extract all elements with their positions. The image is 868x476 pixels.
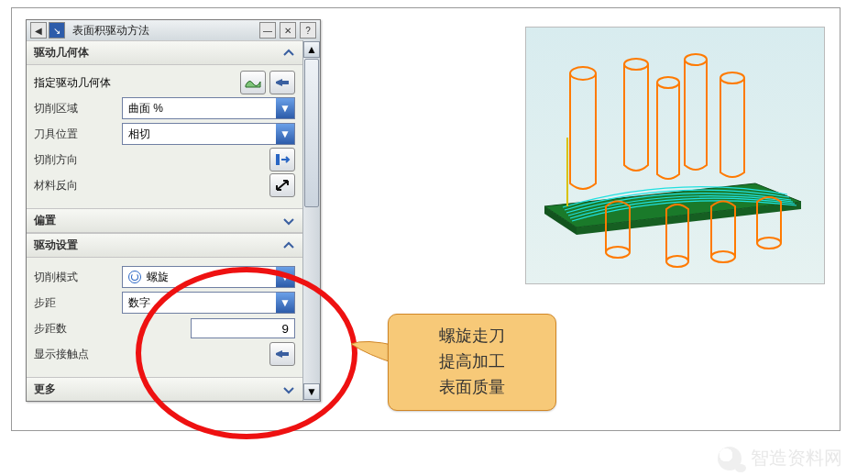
surface-picker-icon[interactable] — [240, 71, 266, 94]
flashlight-icon[interactable] — [269, 342, 295, 366]
label-cut-mode: 切削模式 — [34, 270, 122, 285]
select-value: 曲面 % — [128, 101, 163, 116]
svg-point-14 — [757, 238, 781, 249]
select-tool-pos[interactable]: 相切 ▼ — [122, 123, 295, 145]
chevron-up-icon — [282, 239, 295, 252]
select-value: 数字 — [128, 295, 150, 311]
driver-dialog: ◀ ↘ 表面积驱动方法 — ✕ ? 驱动几何体 指定驱动几何体 — [26, 19, 321, 402]
nav-fwd-icon[interactable]: ↘ — [49, 22, 65, 39]
help-icon[interactable]: ? — [300, 22, 316, 39]
label-cut-dir: 切削方向 — [34, 152, 122, 168]
chevron-down-icon — [282, 215, 295, 227]
callout-note: 螺旋走刀 提高加工 表面质量 — [388, 314, 556, 411]
chevron-down-icon: ▼ — [276, 293, 294, 313]
label-specify-geom: 指定驱动几何体 — [34, 75, 111, 91]
svg-rect-2 — [282, 352, 289, 356]
svg-rect-1 — [276, 154, 280, 165]
label-cut-area: 切削区域 — [34, 101, 122, 116]
flashlight-icon[interactable] — [269, 71, 295, 94]
select-cut-mode[interactable]: 螺旋 ▼ — [122, 266, 295, 288]
svg-point-9 — [685, 54, 707, 65]
section-heading: 偏置 — [34, 213, 56, 228]
cut-direction-icon[interactable] — [269, 148, 295, 172]
svg-point-7 — [624, 59, 648, 70]
dialog-title: 表面积驱动方法 — [69, 23, 256, 39]
label-step-count: 步距数 — [34, 321, 122, 337]
callout-line: 表面质量 — [403, 375, 541, 401]
close-icon[interactable]: ✕ — [280, 22, 296, 39]
svg-rect-0 — [282, 81, 289, 84]
chevron-down-icon — [282, 383, 295, 396]
watermark-text: 智造资料网 — [751, 446, 842, 470]
scroll-thumb[interactable] — [304, 59, 319, 207]
spiral-icon — [128, 271, 141, 283]
watermark: 智造资料网 — [718, 446, 842, 470]
scroll-track[interactable] — [304, 59, 319, 382]
vertical-scrollbar[interactable]: ▲ ▼ — [302, 40, 320, 401]
chevron-down-icon: ▼ — [276, 98, 294, 118]
section-heading: 驱动设置 — [34, 238, 78, 253]
minimize-icon[interactable]: — — [259, 22, 276, 39]
slide-frame: ◀ ↘ 表面积驱动方法 — ✕ ? 驱动几何体 指定驱动几何体 — [11, 7, 841, 431]
svg-point-13 — [711, 251, 735, 262]
select-cut-area[interactable]: 曲面 % ▼ — [122, 97, 295, 119]
scroll-down-icon[interactable]: ▼ — [303, 383, 320, 400]
callout-line: 螺旋走刀 — [403, 324, 541, 349]
select-value: 相切 — [128, 127, 150, 142]
label-mat-rev: 材料反向 — [34, 178, 122, 194]
label-tool-pos: 刀具位置 — [34, 127, 122, 142]
dialog-titlebar: ◀ ↘ 表面积驱动方法 — ✕ ? — [27, 20, 320, 40]
input-step-count[interactable] — [191, 318, 295, 338]
scroll-up-icon[interactable]: ▲ — [303, 41, 320, 58]
section-heading: 更多 — [34, 382, 56, 397]
material-reverse-icon[interactable] — [269, 173, 295, 197]
svg-point-8 — [657, 77, 679, 88]
section-drive-set[interactable]: 驱动设置 — [27, 233, 302, 258]
svg-point-10 — [720, 72, 744, 83]
callout-line: 提高加工 — [403, 349, 541, 375]
svg-point-12 — [666, 256, 688, 267]
nav-back-icon[interactable]: ◀ — [30, 22, 47, 39]
svg-point-6 — [570, 67, 596, 80]
label-step: 步距 — [34, 295, 122, 311]
section-drive-geom[interactable]: 驱动几何体 — [27, 40, 302, 65]
toolpath-preview — [525, 27, 825, 284]
chevron-down-icon: ▼ — [276, 124, 294, 144]
section-offset[interactable]: 偏置 — [27, 208, 302, 233]
chevron-up-icon — [282, 47, 295, 60]
label-show-contact: 显示接触点 — [34, 347, 153, 362]
select-step[interactable]: 数字 ▼ — [122, 292, 295, 314]
select-value: 螺旋 — [147, 270, 169, 285]
chevron-down-icon: ▼ — [276, 267, 294, 287]
section-more[interactable]: 更多 — [27, 377, 302, 401]
svg-point-11 — [606, 247, 630, 258]
section-heading: 驱动几何体 — [34, 45, 89, 61]
wechat-icon — [718, 447, 742, 470]
